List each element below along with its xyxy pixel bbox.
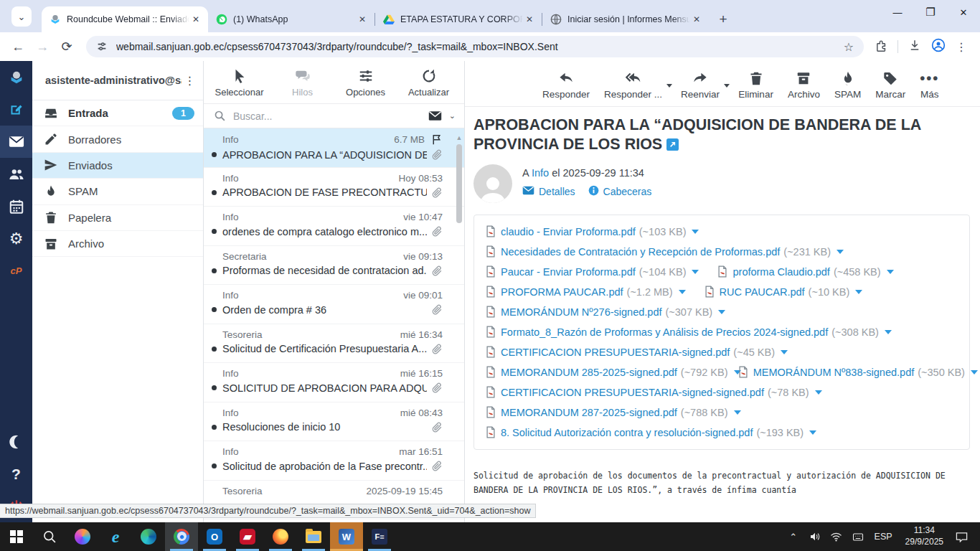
maximize-button[interactable]: ❐ [914, 0, 947, 24]
message-list-row[interactable]: Infomié 16:15SOLICITUD DE APROBACION PAR… [204, 363, 464, 402]
darkmode-rail-button[interactable] [0, 425, 32, 458]
attachment-menu-caret-icon[interactable] [855, 290, 862, 294]
help-rail-button[interactable]: ? [0, 458, 32, 490]
search-options-chevron-icon[interactable]: ⌄ [449, 111, 456, 121]
spam-button[interactable]: SPAM [827, 68, 868, 100]
attachment-name[interactable]: MEMORÁNDUM Nº276-signed.pdf [501, 306, 661, 318]
reenviar-button[interactable]: Reenviar [674, 68, 727, 100]
sidebar-item-archivo[interactable]: Archivo [32, 231, 203, 257]
menu-kebab-icon[interactable]: ⋮ [956, 40, 967, 54]
attachment-item[interactable]: Necesidades de Contratación y Recepción … [486, 245, 844, 258]
action-center-icon[interactable] [952, 532, 971, 542]
attachment-menu-caret-icon[interactable] [781, 350, 788, 354]
taskbar-search-button[interactable] [33, 522, 66, 551]
taskbar-start-button[interactable] [0, 522, 33, 551]
tab-close-icon[interactable]: ✕ [690, 13, 703, 26]
attachment-menu-caret-icon[interactable] [718, 310, 725, 314]
attachment-item[interactable]: MEMORÁNDUM Nº838-signed.pdf(~350 KB) [738, 366, 958, 378]
taskbar-acrobat-button[interactable]: ▰ [231, 522, 264, 551]
sidebar-item-entrada[interactable]: Entrada1 [32, 100, 203, 126]
wifi-icon[interactable] [827, 532, 846, 542]
taskbar-ie-button[interactable]: e [99, 522, 132, 551]
search-input[interactable] [233, 110, 428, 122]
attachment-item[interactable]: PROFORMA PAUCAR.pdf(~1.2 MB) [486, 286, 686, 298]
seleccionar-button[interactable]: Seleccionar [212, 67, 268, 98]
bookmark-star-icon[interactable]: ☆ [844, 40, 854, 54]
attachment-name[interactable]: Paucar - Enviar Proforma.pdf [501, 266, 636, 278]
sidebar-item-spam[interactable]: SPAM [32, 179, 203, 204]
attachment-name[interactable]: Formato_8_Razón de Proformas y Análisis … [501, 326, 828, 338]
new-tab-button[interactable]: + [713, 9, 733, 29]
attachment-name[interactable]: MEMORANDUM 287-2025-signed.pdf [501, 407, 677, 418]
account-menu-kebab-icon[interactable]: ⋮ [182, 74, 199, 88]
calendar-rail-button[interactable] [0, 190, 32, 222]
attachment-item[interactable]: Paucar - Enviar Proforma.pdf(~104 KB) [486, 265, 699, 278]
recipient-link[interactable]: Info [532, 167, 549, 179]
settings-gear-rail-button[interactable]: ⚙ [0, 222, 32, 255]
responder--button[interactable]: Responder ... [597, 68, 669, 100]
browser-tab[interactable]: ETAPA ESTATURA Y CORPORAL✕ [375, 6, 542, 32]
marcar-button[interactable]: Marcar [868, 68, 913, 100]
language-indicator[interactable]: ESP [870, 532, 897, 542]
browser-tab-active[interactable]: Roundcube Webmail :: Enviados✕ [42, 6, 208, 32]
attachment-item[interactable]: MEMORANDUM 287-2025-signed.pdf(~788 KB) [486, 406, 741, 418]
attachment-menu-caret-icon[interactable] [692, 230, 699, 234]
attachment-name[interactable]: MEMORANDUM 285-2025-signed.pdf [501, 367, 677, 378]
message-list-row[interactable]: Secretariavie 09:13Proformas de necesida… [204, 246, 464, 286]
attachment-item[interactable]: claudio - Enviar Proforma.pdf(~103 KB) [486, 225, 699, 237]
attachment-name[interactable]: proforma Claudio.pdf [732, 266, 829, 278]
message-list-row[interactable]: Infomar 16:51Solicitud de aprobación de … [204, 441, 464, 481]
attachment-item[interactable]: CERTIFICACION PRESUPUESTARIA-signed-sign… [486, 386, 822, 398]
opciones-button[interactable]: Opciones [338, 67, 394, 98]
open-in-new-window-icon[interactable] [666, 138, 679, 151]
headers-link[interactable]: Cabeceras [588, 185, 652, 198]
attachment-menu-caret-icon[interactable] [971, 370, 978, 375]
attachment-item[interactable]: proforma Claudio.pdf(~458 KB) [717, 265, 893, 278]
taskbar-copilot-button[interactable] [66, 522, 99, 551]
taskbar-edge-button[interactable] [132, 522, 165, 551]
attachment-menu-caret-icon[interactable] [885, 330, 892, 334]
flag-icon[interactable] [430, 133, 443, 146]
responder-button[interactable]: Responder [535, 68, 597, 100]
attachment-item[interactable]: CERTIFICACION PRESUPUESTARIA-signed.pdf(… [486, 346, 788, 358]
sidebar-item-papelera[interactable]: Papelera [32, 205, 203, 231]
address-bar[interactable]: webmail.sanjuan.gob.ec/cpsess6704737043/… [86, 36, 864, 57]
browser-tab[interactable]: Iniciar sesión | Informes Mensua✕ [542, 6, 709, 32]
extensions-icon[interactable] [875, 39, 887, 55]
list-scrollbar[interactable]: ▲▼ [456, 134, 463, 517]
attachment-name[interactable]: Necesidades de Contratación y Recepción … [501, 246, 780, 258]
browser-tab[interactable]: (1) WhatsApp✕ [208, 6, 374, 32]
message-list-row[interactable]: Info6.7 MBAPROBACION PARA LA “ADQUISICIO… [204, 128, 464, 168]
taskbar-explorer-button[interactable] [297, 522, 330, 551]
attachment-menu-caret-icon[interactable] [887, 270, 894, 274]
message-list-row[interactable]: InfoHoy 08:53APROBACION DE FASE PRECONTR… [204, 168, 464, 207]
tray-chevron-up-icon[interactable]: ⌃ [784, 532, 803, 542]
search-scope-envelope-icon[interactable] [428, 110, 442, 121]
clock[interactable]: 11:34 29/9/2025 [900, 525, 949, 547]
back-button[interactable]: ← [7, 36, 29, 57]
attachment-menu-caret-icon[interactable] [837, 250, 844, 254]
downloads-icon[interactable] [908, 39, 921, 55]
taskbar-chrome-button[interactable]: ☻ [165, 522, 198, 551]
attachment-menu-caret-icon[interactable] [809, 430, 816, 435]
attachment-name[interactable]: 8. Solicitud Autorización contra y resol… [501, 427, 753, 438]
attachment-name[interactable]: MEMORÁNDUM Nº838-signed.pdf [753, 367, 914, 378]
taskbar-word-button[interactable]: W [330, 522, 363, 551]
taskbar-firefox-button[interactable] [264, 522, 297, 551]
attachment-name[interactable]: claudio - Enviar Proforma.pdf [501, 226, 636, 237]
attachment-name[interactable]: CERTIFICACION PRESUPUESTARIA-signed.pdf [501, 347, 730, 358]
attachment-item[interactable]: MEMORÁNDUM Nº276-signed.pdf(~307 KB) [486, 306, 725, 318]
attachment-item[interactable]: Formato_8_Razón de Proformas y Análisis … [486, 326, 892, 338]
attachment-menu-caret-icon[interactable] [734, 410, 741, 415]
tab-close-icon[interactable]: ✕ [523, 13, 536, 26]
forward-button[interactable]: → [32, 36, 53, 57]
attachment-item[interactable]: 8. Solicitud Autorización contra y resol… [486, 426, 816, 438]
profile-avatar-icon[interactable] [931, 38, 946, 55]
scrollbar-thumb[interactable] [456, 144, 462, 223]
cpanel-rail-button[interactable]: cP [0, 255, 32, 287]
volume-icon[interactable] [806, 532, 824, 542]
tab-search-button[interactable]: ⌄ [11, 6, 32, 27]
tab-close-icon[interactable]: ✕ [189, 13, 202, 26]
touch-keyboard-icon[interactable] [849, 532, 867, 542]
attachment-name[interactable]: CERTIFICACION PRESUPUESTARIA-signed-sign… [501, 387, 764, 398]
